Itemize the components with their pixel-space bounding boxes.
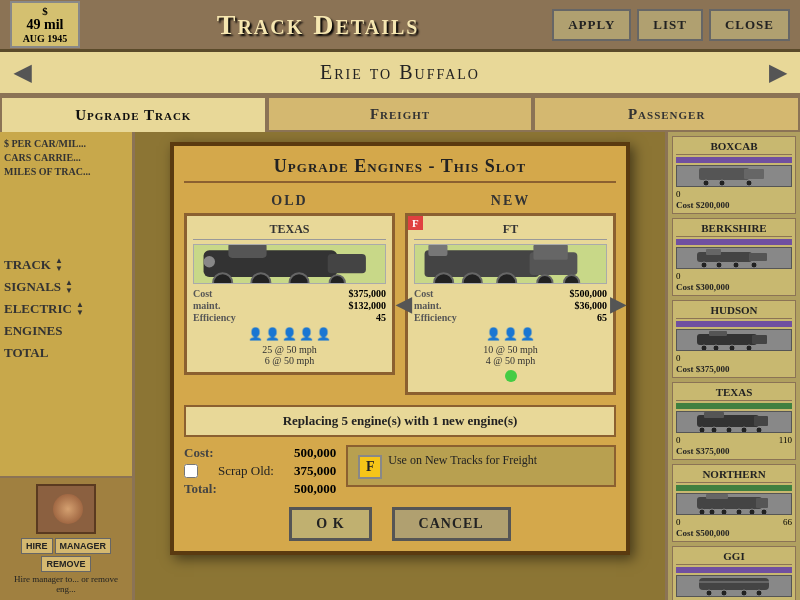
upgrade-engines-modal: Upgrade Engines - This Slot OLD Texas [170, 142, 630, 555]
svg-rect-18 [744, 169, 764, 179]
stat-miles: MILES OF TRAC... [4, 166, 128, 177]
svg-point-32 [713, 345, 719, 350]
center-content: Upgrade Engines - This Slot OLD Texas [135, 132, 665, 600]
old-engine-image [193, 244, 386, 284]
manager-image [36, 484, 96, 534]
svg-point-51 [761, 509, 767, 514]
signals-down-arrow[interactable]: ▼ [65, 287, 73, 295]
route-next-arrow[interactable]: ▶ [761, 60, 794, 86]
cancel-button[interactable]: CANCEL [392, 507, 511, 541]
svg-point-25 [716, 262, 722, 268]
remove-button[interactable]: REMOVE [41, 556, 90, 572]
new-engine-image [414, 244, 607, 284]
svg-point-33 [729, 345, 735, 350]
new-engine-people: 👤👤👤 [414, 327, 607, 342]
tab-upgrade-track[interactable]: Upgrade Track [0, 96, 267, 132]
svg-point-5 [330, 275, 345, 284]
new-engine-label: NEW [405, 193, 616, 209]
list-item[interactable]: Northern 0 66 Cost $500,0 [672, 464, 796, 542]
manager-buttons: HIRE MANAGER REMOVE [4, 538, 128, 572]
top-bar: $ 49 mil AUG 1945 Track Details APPLY LI… [0, 0, 800, 52]
status-dot [505, 370, 517, 382]
new-badge: F [408, 216, 423, 230]
scrap-checkbox[interactable] [184, 464, 198, 478]
cost-section: Cost: 500,000 Scrap Old: 375,000 Total: … [184, 445, 616, 499]
money-amount: 49 mil [27, 17, 64, 33]
modal-title: Upgrade Engines - This Slot [184, 156, 616, 183]
svg-point-27 [751, 262, 757, 268]
list-button[interactable]: LIST [637, 9, 703, 41]
track-item-track: TRACK ▲ ▼ [4, 257, 128, 273]
old-engine-speeds: 25 @ 50 mph 6 @ 50 mph [193, 344, 386, 366]
game-date: AUG 1945 [23, 33, 68, 44]
svg-rect-16 [428, 245, 447, 256]
freight-icon: F [358, 455, 382, 479]
tab-passenger[interactable]: Passenger [533, 96, 800, 132]
apply-button[interactable]: APPLY [552, 9, 631, 41]
list-item[interactable]: Berkshire 0 Cost $300,000 [672, 218, 796, 296]
cost-table-wrap: Cost: 500,000 Scrap Old: 375,000 Total: … [184, 445, 336, 499]
route-prev-arrow[interactable]: ◀ [6, 60, 39, 86]
list-item[interactable]: GGI 0 Cost $750,000 [672, 546, 796, 600]
svg-point-20 [719, 180, 725, 186]
left-bottom: HIRE MANAGER REMOVE Hire manager to... o… [0, 476, 132, 600]
svg-point-41 [741, 427, 747, 432]
svg-point-14 [537, 275, 552, 284]
new-engine-name: FT [414, 222, 607, 240]
svg-rect-23 [749, 253, 767, 261]
track-items: TRACK ▲ ▼ SIGNALS ▲ ▼ ELECTRIC ▲ ▼ [4, 257, 128, 361]
engine-next-arrow[interactable]: ▶ [610, 292, 625, 316]
svg-rect-45 [756, 498, 768, 508]
svg-rect-22 [697, 252, 752, 262]
hire-button[interactable]: HIRE [21, 538, 53, 554]
svg-point-56 [741, 590, 747, 596]
svg-rect-37 [754, 416, 768, 426]
svg-point-49 [736, 509, 742, 514]
svg-point-26 [733, 262, 739, 268]
svg-point-57 [756, 590, 762, 596]
old-engine-name: Texas [193, 222, 386, 240]
svg-rect-1 [328, 254, 366, 273]
svg-rect-6 [228, 244, 266, 258]
main-area: $ PER CAR/MIL... CARS CARRIE... MILES OF… [0, 132, 800, 600]
svg-point-39 [711, 427, 717, 432]
svg-point-7 [204, 256, 215, 267]
new-engine-speeds: 10 @ 50 mph 4 @ 50 mph [414, 344, 607, 366]
modal-overlay: Upgrade Engines - This Slot OLD Texas [135, 132, 665, 600]
right-panel: Boxcab 0 Cost $200,000 Berkshire [665, 132, 800, 600]
freight-info: F Use on New Tracks for Freight [346, 445, 616, 487]
electric-down-arrow[interactable]: ▼ [76, 309, 84, 317]
money-display: $ 49 mil AUG 1945 [10, 1, 80, 48]
old-engine-label: OLD [184, 193, 395, 209]
track-item-total: TOTAL [4, 345, 128, 361]
track-down-arrow[interactable]: ▼ [55, 265, 63, 273]
svg-point-31 [701, 345, 707, 350]
old-engine-people: 👤👤👤 👤👤 [193, 327, 386, 342]
svg-point-50 [749, 509, 755, 514]
ok-button[interactable]: O K [289, 507, 371, 541]
engine-prev-arrow[interactable]: ◀ [396, 292, 411, 316]
svg-rect-17 [699, 168, 749, 180]
old-engine-col: OLD Texas [184, 193, 395, 395]
list-item[interactable]: Texas 0 110 Cost $375,000 [672, 382, 796, 460]
list-item[interactable]: Boxcab 0 Cost $200,000 [672, 136, 796, 214]
modal-buttons: O K CANCEL [184, 507, 616, 541]
svg-rect-43 [704, 412, 724, 418]
list-item[interactable]: Hudson 0 Cost $375,000 [672, 300, 796, 378]
svg-point-21 [746, 180, 752, 186]
tab-freight[interactable]: Freight [267, 96, 534, 132]
svg-point-40 [726, 427, 732, 432]
svg-point-24 [701, 262, 707, 268]
svg-point-55 [721, 590, 727, 596]
svg-point-34 [746, 345, 752, 350]
old-engine-card: Texas [184, 213, 395, 375]
close-button[interactable]: CLOSE [709, 9, 790, 41]
scrap-check-row: Scrap Old: 375,000 [184, 463, 336, 479]
page-title: Track Details [90, 9, 546, 41]
manager-button[interactable]: MANAGER [55, 538, 112, 554]
svg-rect-30 [752, 335, 767, 344]
tabs-row: Upgrade Track Freight Passenger [0, 96, 800, 132]
svg-rect-52 [706, 494, 728, 499]
route-name: Erie to Buffalo [39, 61, 761, 84]
track-item-engines: ENGINES [4, 323, 128, 339]
